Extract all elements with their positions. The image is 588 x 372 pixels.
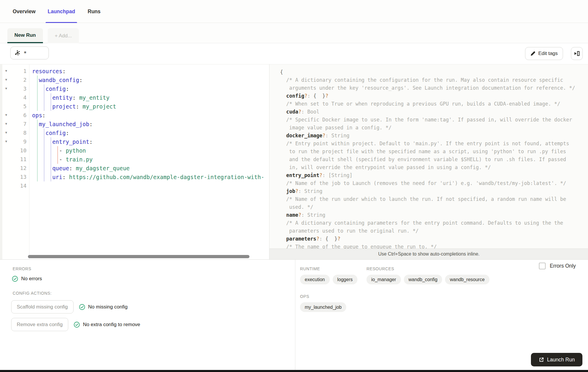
op-tag[interactable]: my_launched_job [300, 302, 346, 312]
yaml-p-token: : [72, 94, 79, 101]
yaml-p-token: : [66, 86, 69, 92]
yaml-p-token: - [59, 147, 66, 154]
errors-label: ERRORS [13, 266, 31, 271]
edit-tags-button[interactable]: Edit tags [525, 47, 563, 60]
runtime-tag-list: executionloggers [300, 275, 357, 284]
tab-launchpad[interactable]: Launchpad [48, 0, 75, 23]
config-action-status: No extra config to remove [74, 321, 140, 328]
yaml-val-token: my_dagster_queue [76, 165, 130, 171]
op-selector-value: * [24, 50, 27, 56]
launch-run-button[interactable]: Launch Run [531, 353, 582, 366]
yaml-key-token: project [52, 103, 76, 110]
config-actions-label: CONFIG ACTIONS: [13, 291, 52, 296]
external-link-icon [539, 357, 544, 363]
fold-arrow-icon[interactable]: ▾ [4, 112, 9, 118]
no-errors-status: No errors [12, 276, 42, 282]
fold-arrow-icon[interactable]: ▾ [4, 121, 9, 127]
fold-arrow-icon[interactable]: ▾ [4, 86, 9, 91]
config-schema-panel: {/* A dictionary containing the configur… [269, 64, 588, 259]
line-number: 12 [20, 164, 26, 173]
line-number: 8 [23, 129, 26, 137]
runtime-tag[interactable]: loggers [333, 275, 357, 284]
yaml-key-token: entity [52, 94, 73, 101]
code-line: ops: [32, 111, 269, 120]
schema-comment: /* Entry point within project. Default t… [274, 140, 575, 171]
yaml-p-token: : [62, 174, 69, 180]
yaml-val-token: python [66, 147, 86, 154]
check-circle-icon [79, 304, 85, 310]
editor-horizontal-scrollbar[interactable] [28, 255, 249, 258]
launchpad-page: OverviewLaunchpadRuns New Run+ Add... * [0, 0, 588, 372]
ops-tag-list: my_launched_job [300, 302, 346, 312]
config-action-row: Remove extra configNo extra config to re… [11, 318, 140, 331]
op-selector-input[interactable]: * [10, 46, 49, 59]
schema-field: cuda?: Bool [274, 108, 575, 116]
schema-comment: /* A dictionary containing the configura… [274, 76, 575, 92]
config-action-status: No missing config [79, 304, 128, 310]
edit-tags-label: Edit tags [538, 51, 558, 56]
session-tab-add[interactable]: + Add... [48, 28, 79, 43]
pencil-icon [530, 51, 536, 56]
code-line: queue: my_dagster_queue [32, 164, 269, 173]
config-action-row: Scaffold missing configNo missing config [11, 300, 128, 313]
editor-gutter: ▾1▾2▾345▾6▾7▾8▾91011121314 [2, 64, 29, 259]
check-circle-icon [74, 321, 80, 328]
errors-only-label: Errors Only [550, 263, 576, 269]
tab-runs[interactable]: Runs [88, 0, 101, 23]
yaml-p-token: : [89, 121, 92, 127]
code-line: config: [32, 129, 269, 137]
line-number: 7 [23, 120, 26, 129]
autocomplete-hint: Use Ctrl+Space to show auto-completions … [269, 248, 588, 259]
line-number: 6 [23, 111, 26, 120]
resource-tag[interactable]: wandb_resource [445, 275, 489, 284]
line-number: 1 [23, 67, 26, 76]
schema-comment: /* A dictionary containing parameters fo… [274, 219, 575, 235]
fold-arrow-icon[interactable]: ▾ [4, 139, 9, 144]
resources-label: RESOURCES [367, 266, 394, 271]
runtime-tag[interactable]: execution [300, 275, 330, 284]
top-tabbar: OverviewLaunchpadRuns [0, 0, 588, 23]
line-number: 2 [23, 76, 26, 84]
toggle-schema-panel-button[interactable] [571, 47, 583, 60]
code-line: - train.py [32, 155, 269, 164]
op-graph-icon [14, 50, 21, 56]
remove-extra-config-button[interactable]: Remove extra config [11, 318, 68, 331]
code-line: entity: my_entity [32, 93, 269, 102]
resource-tag-list: io_managerwandb_configwandb_resource [367, 275, 489, 284]
scaffold-missing-config-button[interactable]: Scaffold missing config [11, 300, 74, 313]
code-line: wandb_config: [32, 76, 269, 84]
session-tab-new-run[interactable]: New Run [7, 28, 43, 43]
code-line: config: [32, 84, 269, 93]
yaml-key-token: resources [32, 68, 62, 74]
resource-tag[interactable]: io_manager [367, 275, 401, 284]
yaml-key-token: uri [52, 174, 62, 180]
yaml-p-token: - [59, 156, 66, 163]
fold-arrow-icon[interactable]: ▾ [4, 130, 9, 136]
yaml-config-editor[interactable]: resources: wandb_config: config: entity:… [30, 64, 269, 259]
errors-only-control: Errors Only [539, 263, 576, 269]
schema-field: docker_image?: String [274, 132, 575, 140]
schema-comment: /* When set to True or when reproducing … [274, 100, 575, 108]
yaml-p-token: : [69, 165, 76, 171]
tab-overview[interactable]: Overview [13, 0, 36, 23]
code-line: project: my_project [32, 102, 269, 111]
yaml-key-token: entry_point [52, 139, 89, 145]
yaml-key-token: queue [52, 165, 69, 171]
schema-comment: /* Name of the job to Launch (removes th… [274, 179, 575, 187]
resource-tag[interactable]: wandb_config [404, 275, 442, 284]
yaml-val-token: train.py [66, 156, 93, 163]
yaml-p-token: : [76, 103, 83, 110]
launchpad-toolbar: * Edit tags [0, 43, 588, 64]
errors-only-checkbox[interactable] [539, 263, 546, 269]
expand-panel-icon [574, 51, 580, 56]
yaml-val-token: my_project [83, 103, 116, 110]
schema-comment: /* Specific Docker image to use. In the … [274, 116, 575, 132]
line-number: 11 [20, 155, 26, 164]
no-errors-text: No errors [21, 276, 42, 282]
line-number: 13 [20, 173, 26, 181]
schema-doc-text: {/* A dictionary containing the configur… [269, 64, 588, 249]
yaml-p-token: : [89, 139, 92, 145]
schema-comment: /* The name of the queue to enqueue the … [274, 243, 575, 249]
fold-arrow-icon[interactable]: ▾ [4, 77, 9, 83]
fold-arrow-icon[interactable]: ▾ [4, 68, 9, 74]
